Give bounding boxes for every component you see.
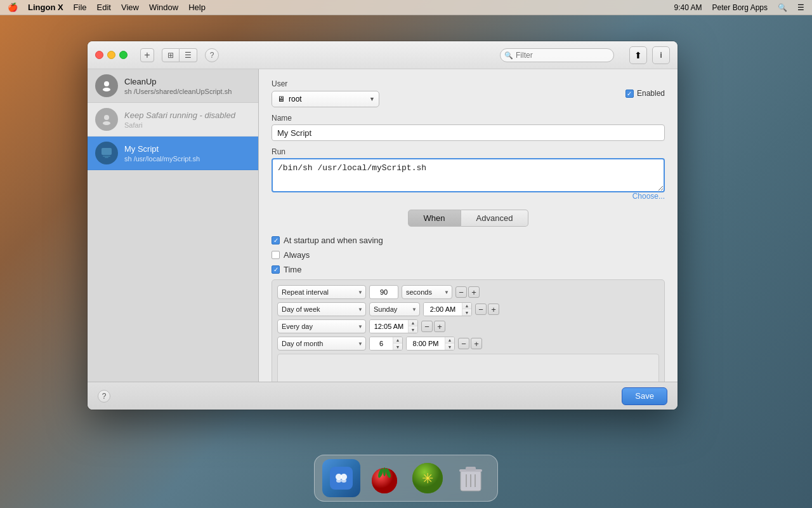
when-content: ✓ At startup and when saving Always ✓ Ti…: [272, 236, 665, 382]
name-label: Name: [272, 114, 665, 123]
startup-checkbox-row[interactable]: ✓ At startup and when saving: [272, 236, 665, 245]
titlebar: + ⊞ ☰ ? ⬆ i: [88, 41, 678, 69]
dock-trash[interactable]: [452, 459, 490, 497]
run-textarea[interactable]: /bin/sh /usr/local/myScript.sh: [272, 158, 665, 192]
dayofmonth-minus-button[interactable]: −: [458, 338, 469, 349]
dayofmonth-time-input[interactable]: [407, 337, 445, 351]
view-menu[interactable]: View: [121, 3, 139, 12]
filter-input[interactable]: [500, 48, 614, 62]
sidebar-item-info-myscript: My Script sh /usr/local/myScript.sh: [124, 144, 200, 163]
dayofmonth-day-up[interactable]: ▲: [393, 337, 402, 344]
footer-help-button[interactable]: ?: [98, 390, 110, 403]
tab-advanced[interactable]: Advanced: [461, 210, 529, 227]
menubar-time: 9:40 AM: [674, 3, 702, 12]
titlebar-help-button[interactable]: ?: [205, 48, 219, 62]
dock-star-app[interactable]: ✳: [409, 459, 447, 497]
dayofmonth-plus-button[interactable]: +: [471, 338, 482, 349]
dayofweek-time-up[interactable]: ▲: [462, 302, 471, 309]
dock-tomato[interactable]: [365, 459, 403, 497]
enabled-checkbox[interactable]: ✓ Enabled: [625, 89, 665, 98]
sidebar-item-name-safari: Keep Safari running - disabled: [124, 110, 235, 120]
sidebar-item-safari[interactable]: Keep Safari running - disabled Safari: [88, 103, 258, 137]
dayofweek-time-input[interactable]: [424, 302, 462, 316]
dayofmonth-time-wrap: ▲ ▼: [406, 337, 455, 351]
list-view-button[interactable]: ☰: [180, 48, 197, 62]
svg-point-3: [103, 121, 110, 125]
grid-view-button[interactable]: ⊞: [162, 48, 180, 62]
user-flag-icon: 🖥: [277, 95, 285, 104]
sidebar-item-path-safari: Safari: [124, 121, 235, 129]
share-button[interactable]: ⬆: [629, 46, 647, 64]
repeat-plus-button[interactable]: +: [468, 286, 480, 298]
everyday-time-input[interactable]: [370, 319, 408, 333]
dayofmonth-day-wrap: ▲ ▼: [369, 337, 403, 351]
choose-button[interactable]: Choose...: [632, 192, 665, 201]
svg-point-2: [104, 115, 109, 120]
everyday-plus-button[interactable]: +: [434, 321, 445, 332]
user-label: User: [272, 79, 379, 88]
everyday-time-up[interactable]: ▲: [409, 319, 417, 326]
apple-menu[interactable]: 🍎: [8, 3, 18, 12]
repeat-unit-select[interactable]: seconds: [402, 285, 452, 299]
svg-point-15: [383, 467, 386, 476]
name-input[interactable]: [272, 124, 665, 141]
everyday-time-down[interactable]: ▼: [409, 326, 417, 333]
svg-rect-4: [102, 148, 112, 155]
dayofweek-time-stepper: ▲ ▼: [462, 302, 471, 316]
everyday-type-select[interactable]: Every day: [277, 319, 366, 333]
edit-menu[interactable]: Edit: [97, 3, 111, 12]
tab-when[interactable]: When: [408, 210, 461, 227]
filter-wrapper: [500, 48, 614, 62]
dayofmonth-time-down[interactable]: ▼: [445, 344, 454, 351]
sidebar-item-myscript[interactable]: My Script sh /usr/local/myScript.sh: [88, 137, 258, 170]
dayofmonth-time-up[interactable]: ▲: [445, 337, 454, 344]
dayofmonth-day-down[interactable]: ▼: [393, 344, 402, 351]
user-row: User 🖥 root ✓ Enabled: [272, 79, 665, 107]
time-row-dayofmonth: Day of month ▲ ▼ ▲: [277, 337, 659, 351]
dayofweek-day-select[interactable]: Sunday: [369, 302, 420, 316]
detail-pane: User 🖥 root ✓ Enabled Name Run: [259, 69, 678, 382]
app-window: + ⊞ ☰ ? ⬆ i CleanUp sh /Users/shared/cle…: [88, 41, 678, 410]
sidebar: CleanUp sh /Users/shared/cleanUpScript.s…: [88, 69, 259, 382]
app-name-menu[interactable]: Lingon X: [28, 3, 63, 12]
help-menu[interactable]: Help: [188, 3, 206, 12]
menubar-search-icon[interactable]: 🔍: [778, 3, 787, 12]
dock-finder[interactable]: [322, 459, 360, 497]
everyday-minus-button[interactable]: −: [421, 321, 433, 332]
repeat-minus-button[interactable]: −: [455, 286, 467, 298]
sidebar-item-cleanup[interactable]: CleanUp sh /Users/shared/cleanUpScript.s…: [88, 69, 258, 103]
always-checkbox-row[interactable]: Always: [272, 250, 665, 260]
dayofweek-type-select[interactable]: Day of week: [277, 302, 366, 316]
everyday-time-stepper: ▲ ▼: [408, 319, 417, 333]
svg-rect-6: [105, 157, 108, 158]
dock: ✳: [314, 455, 498, 502]
view-toggle: ⊞ ☰: [162, 48, 197, 62]
enabled-check-icon: ✓: [625, 90, 634, 98]
run-field-group: Run /bin/sh /usr/local/myScript.sh Choos…: [272, 147, 665, 201]
dayofmonth-day-input[interactable]: [370, 337, 393, 351]
when-advanced-tabs: When Advanced: [272, 210, 665, 227]
sidebar-item-path-myscript: sh /usr/local/myScript.sh: [124, 155, 200, 163]
close-button[interactable]: [95, 51, 103, 59]
dayofweek-time-wrap: ▲ ▼: [423, 302, 472, 316]
time-checkbox-row[interactable]: ✓ Time: [272, 265, 665, 274]
dayofweek-time-down[interactable]: ▼: [462, 309, 471, 316]
svg-rect-22: [466, 467, 476, 471]
menubar-list-icon[interactable]: ☰: [797, 3, 804, 12]
repeat-number-input[interactable]: [369, 285, 398, 299]
dayofweek-minus-button[interactable]: −: [475, 304, 487, 315]
minimize-button[interactable]: [107, 51, 115, 59]
traffic-lights: [95, 51, 128, 59]
svg-point-1: [103, 88, 110, 91]
user-select[interactable]: 🖥 root: [272, 91, 379, 107]
repeat-type-select[interactable]: Repeat interval: [277, 285, 366, 299]
add-script-button[interactable]: +: [140, 48, 154, 62]
file-menu[interactable]: File: [74, 3, 87, 12]
maximize-button[interactable]: [119, 51, 128, 59]
dayofweek-plus-button[interactable]: +: [488, 304, 499, 315]
save-button[interactable]: Save: [622, 387, 667, 405]
svg-text:✳: ✳: [422, 471, 433, 486]
window-menu[interactable]: Window: [149, 3, 178, 12]
info-button[interactable]: i: [652, 46, 670, 64]
dayofmonth-type-select[interactable]: Day of month: [277, 337, 366, 351]
